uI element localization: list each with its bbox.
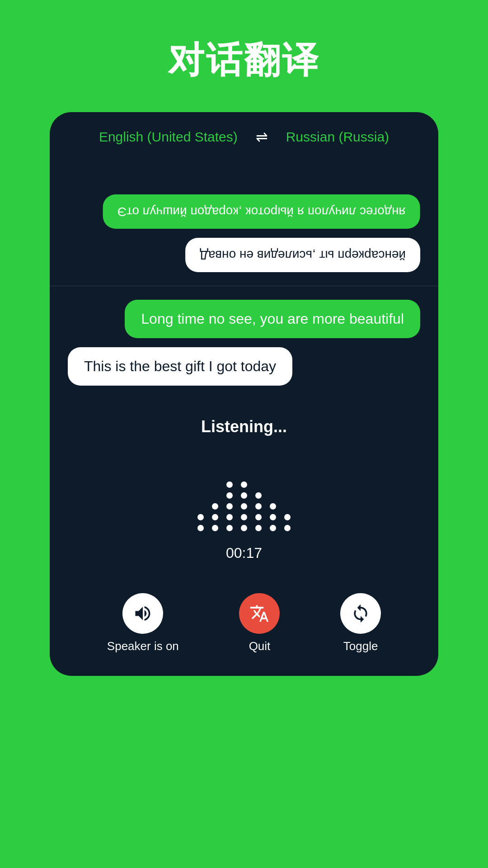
upper-bubble-white: Давно не виделись, ты прекрасней xyxy=(185,238,420,272)
speaker-control: Speaker is on xyxy=(107,593,179,653)
wave-dot xyxy=(226,525,233,531)
wave-dot xyxy=(197,525,204,531)
toggle-label: Toggle xyxy=(343,639,378,653)
wave-col-7 xyxy=(284,514,291,531)
wave-dot xyxy=(270,514,276,520)
wave-dot xyxy=(284,525,291,531)
lower-bubble-green: Long time no see, you are more beautiful xyxy=(125,300,420,338)
wave-dot xyxy=(255,492,262,499)
quit-control: Quit xyxy=(239,593,280,653)
wave-dot xyxy=(270,503,276,509)
wave-col-2 xyxy=(212,503,218,531)
translate-icon xyxy=(249,604,269,623)
wave-dot xyxy=(226,514,233,520)
wave-col-3 xyxy=(226,481,233,531)
listening-section: Listening... xyxy=(50,404,438,584)
wave-dot xyxy=(241,492,247,499)
speaker-icon xyxy=(133,604,153,623)
wave-col-1 xyxy=(197,514,204,531)
recording-timer: 00:17 xyxy=(226,545,262,561)
wave-col-5 xyxy=(255,492,262,531)
main-card: English (United States) ⇌ Russian (Russi… xyxy=(50,112,438,676)
wave-dot xyxy=(241,525,247,531)
chat-upper: Это лучший подарок, который я получил се… xyxy=(50,159,438,286)
wave-dot xyxy=(255,514,262,520)
wave-dot xyxy=(197,514,204,520)
wave-dot xyxy=(270,525,276,531)
waveform-display xyxy=(197,450,291,531)
language-header: English (United States) ⇌ Russian (Russi… xyxy=(50,112,438,159)
page-title: 对话翻译 xyxy=(168,36,320,85)
wave-dot xyxy=(255,525,262,531)
wave-dot xyxy=(212,514,218,520)
wave-dot xyxy=(241,481,247,488)
target-language[interactable]: Russian (Russia) xyxy=(286,129,389,145)
wave-dot xyxy=(255,503,262,509)
toggle-icon xyxy=(351,604,371,623)
wave-dot xyxy=(212,503,218,509)
wave-dot xyxy=(212,525,218,531)
toggle-control: Toggle xyxy=(340,593,381,653)
wave-dot xyxy=(226,492,233,499)
swap-icon[interactable]: ⇌ xyxy=(256,128,268,146)
quit-label: Quit xyxy=(249,639,271,653)
chat-lower: Long time no see, you are more beautiful… xyxy=(50,286,438,404)
listening-status: Listening... xyxy=(201,417,287,436)
speaker-button[interactable] xyxy=(122,593,163,634)
lower-bubble-white: This is the best gift I got today xyxy=(68,347,292,386)
speaker-label: Speaker is on xyxy=(107,639,179,653)
upper-bubble-green: Это лучший подарок, который я получил се… xyxy=(103,194,420,229)
source-language[interactable]: English (United States) xyxy=(99,129,238,145)
wave-dot xyxy=(241,503,247,509)
wave-col-6 xyxy=(270,503,276,531)
wave-dot xyxy=(284,514,291,520)
toggle-button[interactable] xyxy=(340,593,381,634)
wave-dot xyxy=(241,514,247,520)
bottom-controls: Speaker is on Quit Toggle xyxy=(50,584,438,676)
wave-dot xyxy=(226,481,233,488)
wave-dot xyxy=(226,503,233,509)
quit-button[interactable] xyxy=(239,593,280,634)
wave-col-4 xyxy=(241,481,247,531)
